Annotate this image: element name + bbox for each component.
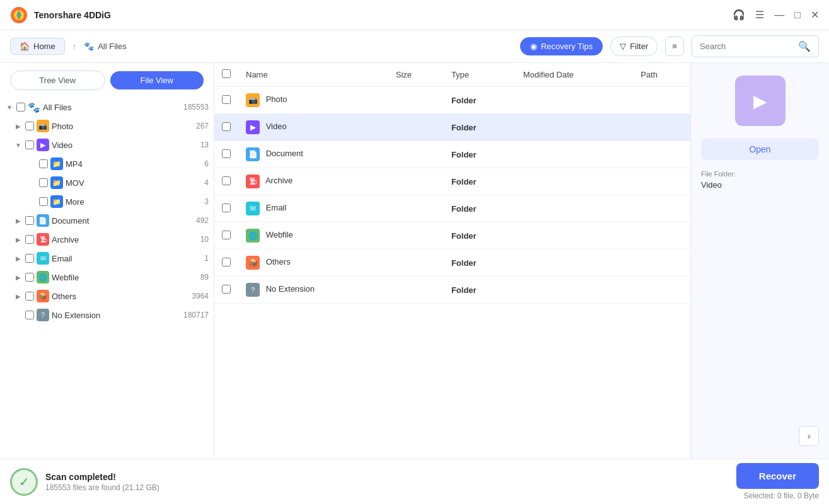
sidebar-item-email[interactable]: ▶ ✉ Email 1 (0, 249, 214, 268)
file-view-button[interactable]: File View (110, 71, 204, 89)
table-row[interactable]: 🌐 Webfile Folder (214, 222, 690, 249)
col-modified: Modified Date (516, 63, 633, 87)
checkbox-document[interactable] (25, 216, 34, 225)
sidebar-count-no-extension: 180717 (183, 311, 209, 319)
sidebar-item-video[interactable]: ▼ ▶ Video 13 (0, 135, 214, 154)
selected-info: Selected: 0 file, 0 Byte (744, 491, 819, 500)
search-input[interactable] (700, 42, 794, 51)
main-layout: Tree View File View ▼ 🐾 All Files 185553… (0, 63, 829, 459)
document-icon: 📄 (37, 214, 49, 227)
row-type-email: Folder (444, 195, 516, 222)
row-checkbox-photo[interactable] (222, 95, 231, 104)
expand-arrow-archive: ▶ (14, 236, 23, 243)
status-bar: ✓ Scan completed! 185553 files are found… (0, 459, 829, 504)
table-row[interactable]: ▶ Video Folder (214, 114, 690, 141)
menu-icon[interactable]: ☰ (755, 9, 764, 21)
filter-button[interactable]: ▽ Filter (610, 37, 658, 56)
row-type-photo: Folder (444, 87, 516, 114)
checkbox-more[interactable] (39, 197, 48, 206)
sidebar-item-webfile[interactable]: ▶ 🌐 Webfile 89 (0, 268, 214, 287)
nav-right-button[interactable]: › (799, 426, 819, 446)
checkbox-photo[interactable] (25, 122, 34, 130)
row-icon-video: ▶ (246, 120, 260, 134)
recover-section: Recover Selected: 0 file, 0 Byte (736, 463, 819, 500)
table-row[interactable]: ? No Extension Folder (214, 277, 690, 304)
sidebar-count-others: 3964 (192, 292, 209, 301)
headphone-icon[interactable]: 🎧 (733, 9, 745, 21)
row-checkbox-email[interactable] (222, 203, 231, 212)
tree-view-button[interactable]: Tree View (10, 71, 105, 90)
sidebar-label-webfile: Webfile (52, 273, 79, 282)
maximize-icon[interactable]: □ (794, 9, 801, 21)
list-view-button[interactable]: ≡ (665, 37, 684, 56)
checkbox-email[interactable] (25, 254, 34, 263)
scan-complete-label: Scan completed! (45, 472, 159, 482)
row-size-webfile (388, 222, 444, 249)
minimize-icon[interactable]: — (774, 9, 784, 21)
row-checkbox-no-extension[interactable] (222, 285, 231, 294)
home-label: Home (33, 42, 55, 51)
sidebar-item-photo[interactable]: ▶ 📷 Photo 267 (0, 117, 214, 135)
checkbox-mp4[interactable] (39, 159, 48, 168)
checkbox-no-extension[interactable] (25, 311, 34, 319)
col-name: Name (238, 63, 388, 87)
row-checkbox-document[interactable] (222, 149, 231, 158)
sidebar-count-video: 13 (200, 140, 209, 149)
more-folder-icon: 📁 (50, 195, 63, 208)
checkbox-video[interactable] (25, 140, 34, 149)
checkbox-others[interactable] (25, 292, 34, 301)
recovery-tips-button[interactable]: ◉ Recovery Tips (520, 37, 603, 55)
sidebar-item-others[interactable]: ▶ 📦 Others 3964 (0, 287, 214, 306)
sidebar-label-archive: Archive (52, 235, 79, 244)
expand-arrow-email: ▶ (14, 255, 23, 262)
checkbox-archive[interactable] (25, 235, 34, 244)
sidebar-label-mov: MOV (66, 178, 84, 188)
row-icon-document: 📄 (246, 147, 260, 161)
file-content-area: Name Size Type Modified Date Path 📷 Phot… (214, 63, 690, 459)
table-row[interactable]: 📦 Others Folder (214, 249, 690, 277)
recover-button[interactable]: Recover (736, 463, 819, 489)
checkbox-webfile[interactable] (25, 273, 34, 282)
preview-meta: File Folder: Video (701, 170, 819, 190)
row-checkbox-archive[interactable] (222, 176, 231, 185)
app-title: Tenorshare 4DDiG (34, 10, 111, 20)
sidebar-label-more: More (66, 197, 84, 207)
home-icon: 🏠 (20, 42, 30, 51)
home-button[interactable]: 🏠 Home (10, 38, 65, 55)
row-type-webfile: Folder (444, 222, 516, 249)
open-button[interactable]: Open (701, 139, 819, 160)
checkbox-all-files[interactable] (16, 103, 25, 112)
table-row[interactable]: 🗜 Archive Folder (214, 168, 690, 195)
sidebar-label-document: Document (52, 216, 89, 226)
sidebar-item-mov[interactable]: 📁 MOV 4 (0, 173, 214, 192)
select-all-checkbox[interactable] (222, 69, 231, 78)
sidebar-label-no-extension: No Extension (52, 311, 100, 320)
sidebar-label-mp4: MP4 (66, 159, 83, 169)
sidebar-item-more[interactable]: 📁 More 3 (0, 192, 214, 211)
row-checkbox-webfile[interactable] (222, 231, 231, 239)
preview-nav: › (701, 426, 819, 446)
table-row[interactable]: ✉ Email Folder (214, 195, 690, 222)
table-row[interactable]: 📄 Document Folder (214, 141, 690, 168)
expand-arrow-photo: ▶ (14, 123, 23, 130)
sidebar-item-archive[interactable]: ▶ 🗜 Archive 10 (0, 230, 214, 249)
row-type-others: Folder (444, 249, 516, 277)
row-checkbox-video[interactable] (222, 122, 231, 131)
sidebar-item-all-files[interactable]: ▼ 🐾 All Files 185553 (0, 98, 214, 117)
sidebar-count-photo: 267 (196, 122, 209, 130)
sidebar-item-no-extension[interactable]: ? No Extension 180717 (0, 306, 214, 324)
expand-arrow-all-files: ▼ (5, 104, 14, 111)
archive-icon: 🗜 (37, 233, 49, 246)
list-view-icon: ≡ (672, 42, 677, 51)
close-icon[interactable]: ✕ (811, 9, 819, 21)
allfiles-nav-icon: 🐾 (84, 42, 94, 51)
mov-folder-icon: 📁 (50, 176, 63, 189)
checkbox-mov[interactable] (39, 178, 48, 187)
row-icon-email: ✉ (246, 202, 260, 215)
sidebar-count-webfile: 89 (200, 273, 209, 282)
sidebar-item-mp4[interactable]: 📁 MP4 6 (0, 154, 214, 173)
sidebar-item-document[interactable]: ▶ 📄 Document 492 (0, 211, 214, 230)
row-checkbox-others[interactable] (222, 258, 231, 266)
table-row[interactable]: 📷 Photo Folder (214, 87, 690, 114)
row-type-archive: Folder (444, 168, 516, 195)
